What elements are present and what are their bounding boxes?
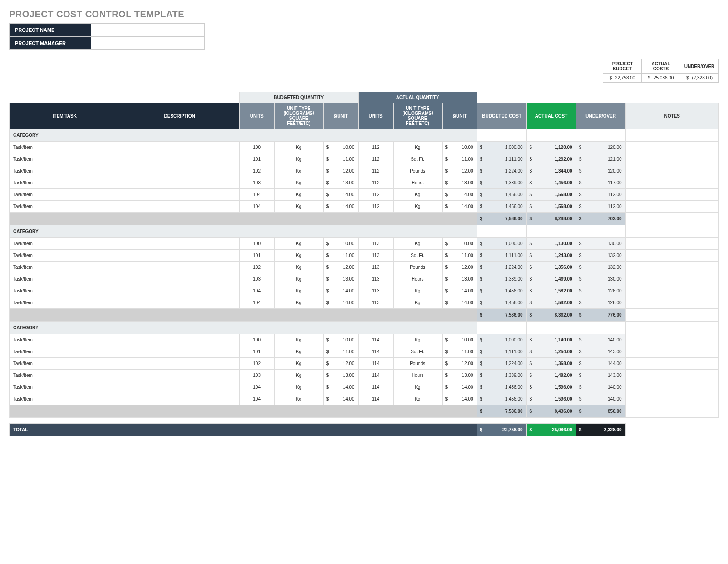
cell-desc[interactable]	[120, 273, 239, 285]
cell-notes[interactable]	[625, 250, 718, 262]
cell-act-punit[interactable]: $10.00	[442, 334, 477, 346]
cell-desc[interactable]	[120, 189, 239, 201]
cell-notes[interactable]	[625, 189, 718, 201]
cell-act-units[interactable]: 113	[358, 262, 393, 273]
cell-act-utype[interactable]: Sq. Ft.	[393, 346, 442, 358]
cell-notes[interactable]	[625, 381, 718, 393]
cell-notes[interactable]	[625, 165, 718, 177]
cell-desc[interactable]	[120, 346, 239, 358]
cell-bud-utype[interactable]: Kg	[274, 297, 323, 309]
cell-bud-utype[interactable]: Kg	[274, 346, 323, 358]
cell-notes[interactable]	[625, 177, 718, 189]
cell-act-units[interactable]: 113	[358, 250, 393, 262]
cell-bud-utype[interactable]: Kg	[274, 285, 323, 297]
cell-bud-punit[interactable]: $13.00	[323, 273, 358, 285]
cell-act-units[interactable]: 114	[358, 393, 393, 405]
cell-desc[interactable]	[120, 177, 239, 189]
cell-bud-punit[interactable]: $11.00	[323, 250, 358, 262]
cell-bud-units[interactable]: 102	[239, 262, 274, 273]
cell-act-utype[interactable]: Pounds	[393, 262, 442, 273]
cell-bud-punit[interactable]: $12.00	[323, 262, 358, 273]
cell-desc[interactable]	[120, 238, 239, 250]
cell-item[interactable]: Task/Item	[10, 346, 120, 358]
cell-desc[interactable]	[120, 334, 239, 346]
cell-item[interactable]: Task/Item	[10, 262, 120, 273]
cell-act-utype[interactable]: Kg	[393, 285, 442, 297]
cell-bud-units[interactable]: 101	[239, 250, 274, 262]
cell-act-utype[interactable]: Kg	[393, 142, 442, 153]
cell-act-utype[interactable]: Kg	[393, 189, 442, 201]
cell-bud-punit[interactable]: $14.00	[323, 381, 358, 393]
cell-bud-units[interactable]: 103	[239, 177, 274, 189]
cell-item[interactable]: Task/Item	[10, 358, 120, 370]
cell-act-utype[interactable]: Kg	[393, 297, 442, 309]
cell-bud-units[interactable]: 102	[239, 165, 274, 177]
cell-bud-utype[interactable]: Kg	[274, 201, 323, 213]
cell-bud-units[interactable]: 103	[239, 370, 274, 381]
cell-notes[interactable]	[625, 153, 718, 165]
cell-item[interactable]: Task/Item	[10, 238, 120, 250]
cell-item[interactable]: Task/Item	[10, 393, 120, 405]
cell-bud-units[interactable]: 104	[239, 297, 274, 309]
cell-bud-punit[interactable]: $14.00	[323, 393, 358, 405]
cell-act-units[interactable]: 112	[358, 177, 393, 189]
cell-act-utype[interactable]: Kg	[393, 381, 442, 393]
cell-bud-utype[interactable]: Kg	[274, 273, 323, 285]
cell-bud-punit[interactable]: $12.00	[323, 165, 358, 177]
cell-act-units[interactable]: 114	[358, 358, 393, 370]
cell-act-units[interactable]: 114	[358, 334, 393, 346]
cell-notes[interactable]	[625, 142, 718, 153]
cell-act-utype[interactable]: Pounds	[393, 358, 442, 370]
cell-bud-punit[interactable]: $10.00	[323, 334, 358, 346]
cell-bud-utype[interactable]: Kg	[274, 358, 323, 370]
cell-desc[interactable]	[120, 285, 239, 297]
cell-notes[interactable]	[625, 201, 718, 213]
cell-act-units[interactable]: 112	[358, 201, 393, 213]
cell-item[interactable]: Task/Item	[10, 177, 120, 189]
cell-act-units[interactable]: 112	[358, 165, 393, 177]
cell-item[interactable]: Task/Item	[10, 165, 120, 177]
cell-act-punit[interactable]: $12.00	[442, 165, 477, 177]
cell-act-units[interactable]: 113	[358, 297, 393, 309]
cell-notes[interactable]	[625, 393, 718, 405]
cell-bud-punit[interactable]: $14.00	[323, 285, 358, 297]
cell-act-utype[interactable]: Kg	[393, 201, 442, 213]
cell-act-utype[interactable]: Kg	[393, 393, 442, 405]
cell-act-punit[interactable]: $12.00	[442, 358, 477, 370]
cell-act-punit[interactable]: $13.00	[442, 370, 477, 381]
cell-desc[interactable]	[120, 358, 239, 370]
cell-bud-units[interactable]: 100	[239, 334, 274, 346]
cell-notes[interactable]	[625, 297, 718, 309]
cell-act-utype[interactable]: Hours	[393, 370, 442, 381]
cell-notes[interactable]	[625, 358, 718, 370]
cell-item[interactable]: Task/Item	[10, 285, 120, 297]
cell-act-utype[interactable]: Sq. Ft.	[393, 153, 442, 165]
cell-item[interactable]: Task/Item	[10, 142, 120, 153]
cell-act-punit[interactable]: $11.00	[442, 153, 477, 165]
cell-act-punit[interactable]: $14.00	[442, 393, 477, 405]
cell-desc[interactable]	[120, 393, 239, 405]
cell-bud-utype[interactable]: Kg	[274, 177, 323, 189]
cell-act-units[interactable]: 114	[358, 346, 393, 358]
cell-bud-units[interactable]: 100	[239, 238, 274, 250]
cell-bud-utype[interactable]: Kg	[274, 334, 323, 346]
project-name-value[interactable]	[91, 24, 205, 37]
cell-desc[interactable]	[120, 297, 239, 309]
cell-bud-units[interactable]: 100	[239, 142, 274, 153]
cell-bud-utype[interactable]: Kg	[274, 393, 323, 405]
cell-bud-units[interactable]: 104	[239, 285, 274, 297]
cell-desc[interactable]	[120, 142, 239, 153]
cell-notes[interactable]	[625, 370, 718, 381]
cell-item[interactable]: Task/Item	[10, 250, 120, 262]
cell-bud-utype[interactable]: Kg	[274, 370, 323, 381]
cell-item[interactable]: Task/Item	[10, 273, 120, 285]
cell-item[interactable]: Task/Item	[10, 201, 120, 213]
cell-bud-punit[interactable]: $14.00	[323, 201, 358, 213]
cell-act-punit[interactable]: $10.00	[442, 238, 477, 250]
cell-desc[interactable]	[120, 262, 239, 273]
cell-bud-units[interactable]: 101	[239, 346, 274, 358]
cell-item[interactable]: Task/Item	[10, 297, 120, 309]
cell-notes[interactable]	[625, 262, 718, 273]
cell-item[interactable]: Task/Item	[10, 189, 120, 201]
cell-desc[interactable]	[120, 381, 239, 393]
